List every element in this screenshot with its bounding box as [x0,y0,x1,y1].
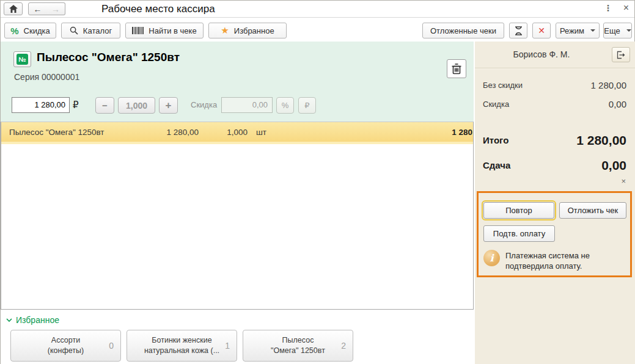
hourglass-button[interactable] [509,23,527,38]
favorites-collapse-link[interactable]: Избранное [6,315,59,325]
change-label: Сдача [483,160,510,170]
chevron-down-icon [590,29,595,32]
info-text: Платежная система не подтвердила оплату. [505,250,614,271]
row-unit: шт [248,128,284,137]
search-icon [70,26,78,35]
catalog-button[interactable]: Каталог [61,23,120,38]
favorite-tile[interactable]: Ботинки женскиенатуральная кожа (... 1 [127,330,237,362]
cancel-receipt-button[interactable]: ✕ [532,23,551,38]
discount-ruble-button[interactable]: ₽ [298,97,316,114]
quantity-minus-button[interactable]: − [95,97,114,114]
row-total: 1 280 [284,128,473,137]
back-icon: ← [34,4,42,14]
total-block: Итого 1 280,00 Сдача 0,00 [475,128,635,178]
item-title: Пылесос "Омега" 1250вт [37,51,180,64]
cashier-header: Борисов Ф. М. [475,42,635,68]
catalog-button-label: Каталог [83,26,112,35]
panel-close-icon[interactable]: × [621,177,626,186]
barcode-icon [132,27,144,34]
cashier-name: Борисов Ф. М. [475,49,608,59]
confirm-payment-button[interactable]: Подтв. оплату [483,225,555,242]
payment-info-message: i Платежная система не подтвердила оплат… [482,250,626,271]
subtotal-row: Без скидки 1 280,00 [475,76,635,95]
delete-item-button[interactable] [447,59,466,78]
total-label: Итого [483,135,508,145]
row-item-name: Пылесос "Омега" 1250вт [1,128,156,137]
favorites-section-label: Избранное [16,315,59,325]
currency-label: ₽ [73,100,79,111]
more-dropdown[interactable]: Еще [603,23,632,38]
close-icon[interactable]: × [623,2,629,13]
quantity-plus-button[interactable]: + [159,97,178,114]
find-in-receipt-label: Найти в чеке [149,26,196,35]
favorites-section: Избранное Ассорти(конфеты) 0 Ботинки жен… [1,310,475,364]
more-dropdown-label: Еще [604,26,620,35]
kebab-menu-icon[interactable]: ⋮ [604,3,612,13]
total-row: Итого 1 280,00 [475,128,635,153]
tile-label: Ботинки женскиенатуральная кожа (... [144,335,219,356]
discount-percent-button[interactable]: % [276,97,294,114]
app-window: ← → Рабочее место кассира ⋮ × % Скидка К… [0,0,635,364]
forward-icon: → [51,4,60,14]
favorites-button[interactable]: ★ Избранное [208,23,287,38]
toolbar: % Скидка Каталог Найти в чеке ★ Избранно… [1,18,634,42]
discount-sum-value: 0,00 [609,99,626,109]
no-discount-value: 1 280,00 [591,80,626,90]
tile-label: Пылесос"Омега" 1250вт [271,335,325,356]
back-button[interactable]: ← [28,2,47,15]
tile-hotkey-number: 1 [225,341,230,351]
number-badge-icon: № [17,54,28,65]
row-highlight-edge [1,142,473,144]
mode-dropdown[interactable]: Режим [556,23,600,38]
percent-icon: % [10,26,18,36]
action-row: Подтв. оплату [482,225,626,242]
favorites-tiles: Ассорти(конфеты) 0 Ботинки женскиенатура… [10,330,353,362]
tile-hotkey-number: 0 [109,341,114,351]
home-button[interactable] [4,2,23,15]
table-row[interactable]: Пылесос "Омега" 1250вт 1 280,00 1,000 шт… [1,122,473,142]
page-title: Рабочее место кассира [101,3,215,15]
hourglass-icon [515,26,523,35]
trash-icon [452,64,461,75]
no-discount-label: Без скидки [483,81,523,90]
title-bar: ← → Рабочее место кассира ⋮ × [1,1,634,18]
chevron-down-icon [6,318,12,322]
row-quantity: 1,000 [199,128,248,137]
discount-button-label: Скидка [24,26,50,35]
series-number-button[interactable]: № [13,51,31,67]
star-icon: ★ [221,25,229,36]
discount-row: Скидка 0,00 [475,95,635,114]
subtotal-block: Без скидки 1 280,00 Скидка 0,00 [475,76,635,114]
discount-label: Скидка [191,100,217,109]
receipt-table: Пылесос "Омега" 1250вт 1 280,00 1,000 шт… [1,122,474,310]
defer-receipt-button[interactable]: Отложить чек [559,202,626,219]
chevron-down-icon [626,29,631,32]
plus-icon: + [166,100,172,112]
discount-input[interactable]: 0,00 [221,97,273,113]
tile-hotkey-number: 2 [341,341,346,351]
change-row: Сдача 0,00 [475,153,635,178]
current-item-card: № Пылесос "Омега" 1250вт Серия 00000001 … [1,42,474,122]
repeat-button[interactable]: Повтор [483,202,554,219]
favorites-button-label: Избранное [234,26,274,35]
row-price: 1 280,00 [156,128,199,137]
discount-button[interactable]: % Скидка [4,23,56,38]
totals-sidebar: Борисов Ф. М. Без скидки 1 280,00 Скидка… [475,42,635,364]
deferred-receipts-button[interactable]: Отложенные чеки [422,23,504,38]
discount-sum-label: Скидка [483,100,509,109]
favorite-tile[interactable]: Пылесос"Омега" 1250вт 2 [243,330,353,362]
deferred-receipts-label: Отложенные чеки [430,26,496,35]
find-in-receipt-button[interactable]: Найти в чеке [125,23,204,38]
payment-actions-box: Повтор Отложить чек Подтв. оплату i Плат… [477,191,632,277]
info-icon: i [483,250,500,266]
forward-button[interactable]: → [46,2,65,15]
quantity-field[interactable]: 1,000 [118,97,155,114]
item-series: Серия 00000001 [14,72,79,82]
red-x-icon: ✕ [538,26,545,35]
home-icon [9,5,18,13]
favorite-tile[interactable]: Ассорти(конфеты) 0 [10,330,121,362]
action-row: Повтор Отложить чек [482,201,626,219]
price-input[interactable]: 1 280,00 [12,97,70,113]
logout-button[interactable] [612,47,630,62]
tile-label: Ассорти(конфеты) [48,335,84,356]
